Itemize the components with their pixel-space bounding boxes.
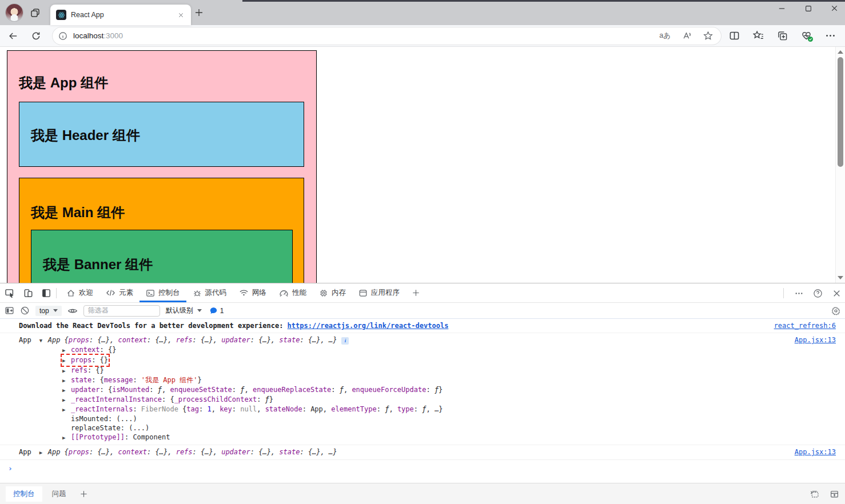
expander-closed-icon[interactable]: ▶ [62,356,71,365]
more-tabs-button[interactable] [406,283,426,302]
log-head[interactable]: App ▼ App {props: {…}, context: {…}, ref… [19,335,776,345]
segment-plain: : [87,366,95,374]
tab-close-icon[interactable] [177,11,185,19]
segment-name: updater [221,336,250,344]
devtools-tab-console[interactable]: 控制台 [139,283,186,302]
expander-closed-icon[interactable]: ▶ [62,405,71,414]
scrollbar-thumb[interactable] [838,57,843,167]
expander-open-icon[interactable]: ▼ [39,336,48,345]
devtools-download-link[interactable]: https://reactjs.org/link/react-devtools [288,322,449,330]
devtools-tab-performance[interactable]: 性能 [273,283,313,302]
expander-closed-icon[interactable]: ▶ [62,376,71,385]
banner-component-title: 我是 Banner 组件 [43,255,153,274]
console-tree-row-state[interactable]: ▶state: {message: '我是 App 组件'} [19,375,776,385]
clear-console-icon[interactable] [20,306,30,315]
expander-closed-icon[interactable]: ▶ [62,346,71,355]
scroll-down-arrow[interactable] [838,276,843,279]
settings-more-icon[interactable] [825,30,836,41]
favorites-icon[interactable] [753,30,764,41]
segment-plain: : {…}, [300,448,329,456]
inspect-element-icon[interactable] [5,288,15,298]
new-tab-button[interactable] [194,8,204,17]
expander-closed-icon[interactable]: ▶ [62,386,71,395]
log-level-selector[interactable]: 默认级别 [166,306,202,315]
console-tree-row-replaceState[interactable]: replaceState: (...) [19,423,776,433]
console-tree-row-props[interactable]: ▶props: {} [19,355,776,366]
console-tree-row-refs[interactable]: ▶refs: {} [19,366,776,375]
devtools-tab-welcome[interactable]: 欢迎 [60,283,99,302]
issues-counter[interactable]: 1 [210,307,224,315]
info-icon[interactable]: i [341,337,349,345]
source-link[interactable]: App.jsx:13 [795,335,836,345]
site-info-icon[interactable] [58,31,67,41]
segment-plain: : {…}, [89,336,118,344]
console-messages[interactable]: Download the React DevTools for a better… [0,319,845,483]
devtools-tab-memory[interactable]: 内存 [313,283,352,302]
expand-drawer-icon[interactable] [830,489,839,499]
source-link[interactable]: react_refresh:6 [774,321,836,330]
translate-icon[interactable]: aあ [659,31,671,41]
live-expression-icon[interactable] [67,306,78,316]
console-prompt[interactable]: › [0,460,845,473]
drawer-more-tools-button[interactable] [79,490,88,498]
object-preview: App {props: {…}, context: {…}, refs: {…}… [48,335,337,345]
minimize-button[interactable] [777,3,787,13]
maximize-button[interactable] [803,3,813,13]
workspaces-icon[interactable] [30,7,41,18]
url-text[interactable]: localhost:3000 [73,31,659,40]
devtools-more-icon[interactable] [794,289,804,298]
segment-name: refs [176,448,193,456]
segment-name: context [71,346,100,354]
devtools-close-icon[interactable] [832,289,842,298]
segment-plain: : [414,405,422,413]
expander-closed-icon[interactable]: ▶ [39,448,48,457]
console-tree-row-_reactInternalInstance[interactable]: ▶_reactInternalInstance: {_processChildC… [19,395,776,405]
page-scrollbar[interactable] [835,47,845,283]
device-emulation-icon[interactable] [23,288,33,298]
devtools-tab-elements[interactable]: 元素 [99,283,139,302]
console-sidebar-icon[interactable] [5,306,14,315]
profile-avatar[interactable] [6,4,23,21]
devtools-tab-sources[interactable]: 源代码 [186,283,233,302]
devtools-help-icon[interactable] [813,289,823,298]
source-link[interactable]: App.jsx:13 [795,447,836,457]
segment-fn: ƒ [158,386,162,394]
expander-closed-icon[interactable]: ▶ [62,366,71,375]
address-bar[interactable]: localhost:3000 aあ [53,27,721,45]
console-tree-row-_reactInternals[interactable]: ▶_reactInternals: FiberNode {tag: 1, key… [19,405,776,414]
console-tree-row-context[interactable]: ▶context: {} [19,345,776,355]
segment-plain: App { [48,336,69,344]
read-aloud-icon[interactable] [682,31,692,41]
segment-plain: : [257,395,265,403]
console-settings-gear-icon[interactable] [831,306,840,315]
filter-input[interactable]: 筛选器 [83,305,160,317]
log-head[interactable]: App ▶ App {props: {…}, context: {…}, ref… [19,447,776,457]
refresh-icon[interactable] [29,29,43,43]
dock-side-icon[interactable] [41,288,51,298]
context-selector[interactable]: top [35,306,62,316]
segment-plain: (...) [129,424,149,432]
browser-tab-react-app[interactable]: React App [50,5,191,25]
devtools-tab-network[interactable]: 网络 [233,283,273,302]
split-screen-icon[interactable] [729,30,740,41]
sources-icon [193,289,202,298]
back-icon[interactable] [6,29,21,43]
expander-closed-icon[interactable]: ▶ [62,433,71,442]
tab-label: 内存 [332,288,346,298]
scroll-up-arrow[interactable] [838,50,843,54]
expander-closed-icon[interactable]: ▶ [62,395,71,405]
collections-icon[interactable] [777,30,788,41]
drawer-tab-console[interactable]: 控制台 [6,486,42,502]
console-tree-row-updater[interactable]: ▶updater: {isMounted: ƒ, enqueueSetState… [19,385,776,395]
chevron-down-icon [53,309,58,312]
drawer-tab-issues[interactable]: 问题 [45,486,74,502]
tree-row-content: ▶updater: {isMounted: ƒ, enqueueSetState… [62,385,443,395]
devtools-tab-application[interactable]: 应用程序 [352,283,406,302]
segment-name: _reactInternalInstance [71,395,162,403]
browser-essentials-icon[interactable] [801,30,812,41]
console-tree-row-isMounted[interactable]: isMounted: (...) [19,414,776,423]
favorite-star-icon[interactable] [703,31,713,41]
close-button[interactable] [830,3,839,13]
dock-drawer-icon[interactable] [810,489,819,499]
console-tree-row-prototype[interactable]: ▶[[Prototype]]: Component [19,433,776,442]
